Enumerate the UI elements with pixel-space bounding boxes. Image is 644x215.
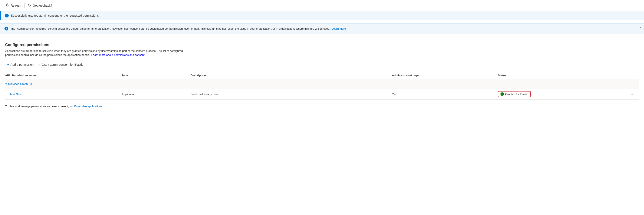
group-more-options-button[interactable]: ··· — [614, 81, 622, 87]
refresh-icon — [6, 4, 9, 8]
success-info-icon: i — [5, 14, 9, 18]
add-permission-label: Add a permission — [10, 63, 34, 66]
refresh-label: Refresh — [11, 4, 21, 7]
permission-admin-cell: Yes — [392, 89, 498, 99]
permission-name-cell: Mail.Send — [5, 89, 122, 99]
microsoft-graph-group-link[interactable]: Microsoft Graph (1) — [8, 82, 32, 86]
permission-desc-cell: Send mail as any user — [190, 89, 392, 99]
table-header-row: API / Permissions name Type Description … — [5, 72, 639, 79]
feedback-button[interactable]: Got feedback? — [26, 2, 54, 9]
success-banner: i Successfully granted admin consent for… — [0, 11, 644, 20]
granted-status-text: Granted for Elastic — [505, 93, 528, 96]
footer-period: . — [102, 105, 103, 108]
permission-more-options-button[interactable]: ··· — [629, 91, 636, 97]
main-content: Configured permissions Applications are … — [0, 39, 644, 111]
enterprise-apps-link[interactable]: Enterprise applications — [74, 105, 102, 108]
permission-type-cell: Application — [122, 89, 190, 99]
col-header-desc: Description — [190, 72, 392, 79]
col-header-actions — [614, 72, 639, 79]
permission-actions-cell: ··· — [614, 89, 639, 99]
mail-send-link[interactable]: Mail.Send — [5, 93, 22, 96]
group-name-cell: ∨ Microsoft Graph (1) — [5, 79, 614, 89]
info-banner: i The "Admin consent required" column sh… — [0, 24, 644, 34]
check-icon: ✓ — [38, 63, 40, 66]
col-header-type: Type — [122, 72, 190, 79]
plus-icon: + — [7, 63, 9, 67]
grant-consent-label: Grant admin consent for Elastic — [42, 63, 83, 66]
refresh-button[interactable]: Refresh — [4, 2, 23, 9]
info-banner-icon: i — [4, 27, 8, 31]
add-permission-button[interactable]: + Add a permission — [5, 61, 36, 68]
toolbar: Refresh Got feedback? — [0, 0, 644, 11]
group-chevron[interactable]: ∨ Microsoft Graph (1) — [5, 82, 32, 86]
success-banner-text: Successfully granted admin consent for t… — [11, 14, 100, 17]
heart-icon — [28, 4, 32, 8]
col-header-status: Status — [498, 72, 614, 79]
granted-check-icon: ✓ — [500, 92, 504, 96]
group-actions-cell: ··· — [614, 79, 639, 89]
col-header-admin: Admin consent requ... — [392, 72, 498, 79]
chevron-down-icon: ∨ — [5, 82, 7, 86]
info-banner-content: The "Admin consent required" column show… — [10, 27, 346, 31]
section-desc: Applications are authorized to call APIs… — [5, 49, 197, 57]
table-row: Mail.Send Application Send mail as any u… — [5, 89, 639, 99]
action-bar: + Add a permission ✓ Grant admin consent… — [5, 61, 639, 70]
toolbar-divider — [24, 3, 25, 8]
learn-more-link[interactable]: Learn more — [332, 27, 346, 30]
permissions-consent-link[interactable]: Learn more about permissions and consent — [91, 53, 144, 57]
permission-status-cell: ✓ Granted for Elastic — [498, 89, 614, 99]
permissions-table: API / Permissions name Type Description … — [5, 72, 639, 100]
info-banner-close[interactable]: × — [639, 26, 641, 29]
footer-text: To view and manage permissions and user … — [5, 105, 72, 108]
col-header-name: API / Permissions name — [5, 72, 122, 79]
feedback-label: Got feedback? — [33, 4, 52, 7]
grant-consent-button[interactable]: ✓ Grant admin consent for Elastic — [36, 62, 86, 68]
footer-note: To view and manage permissions and user … — [5, 105, 639, 108]
info-banner-text: The "Admin consent required" column show… — [10, 27, 330, 30]
table-group-row: ∨ Microsoft Graph (1) ··· — [5, 79, 639, 89]
status-granted-badge: ✓ Granted for Elastic — [498, 91, 531, 97]
section-title: Configured permissions — [5, 43, 639, 47]
